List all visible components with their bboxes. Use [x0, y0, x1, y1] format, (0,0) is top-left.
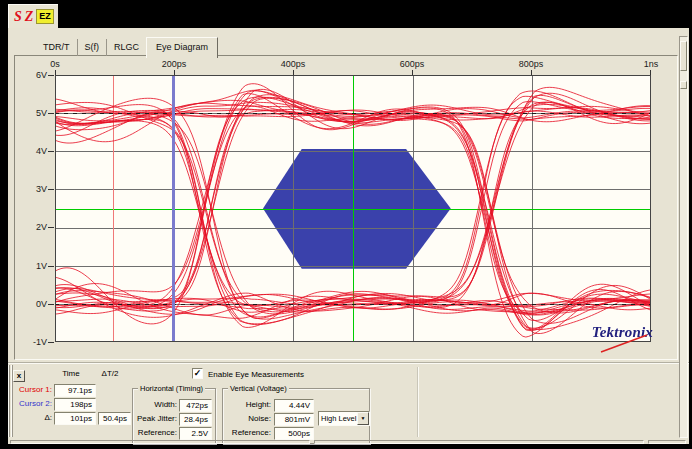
tab-rlgc[interactable]: RLGC	[107, 39, 146, 56]
x-tick-label-1ns: 1ns	[631, 59, 671, 69]
y-axis-tick	[48, 189, 54, 190]
delta-time-field: 101ps	[54, 412, 96, 425]
y-axis-tick	[48, 113, 54, 114]
logo-ez-icon: EZ	[36, 9, 54, 24]
cursor2-label: Cursor 2:	[8, 398, 52, 410]
y-tick-label-5v: 5V	[21, 108, 47, 118]
y-tick-label-6v: 6V	[21, 70, 47, 80]
measurements-panel: x Time ΔT/2 Cursor 1: Cursor 2: Δ: 97.1p…	[8, 362, 689, 441]
close-panel-button[interactable]: x	[13, 370, 25, 382]
logo-s-icon: S	[14, 10, 22, 24]
y-tick-label-3v: 3V	[21, 184, 47, 194]
noise-level-selected: High Level	[321, 413, 356, 424]
tab-eye-diagram[interactable]: Eye Diagram	[146, 37, 218, 58]
x-tick-label-400ps: 400ps	[273, 59, 313, 69]
width-label: Width:	[133, 399, 177, 411]
tab-sf[interactable]: S(f)	[78, 39, 108, 56]
y-axis-tick	[48, 304, 54, 305]
vertical-scrollbar[interactable]	[679, 36, 688, 438]
time-column-header: Time	[48, 369, 94, 379]
x-tick-label-600ps: 600ps	[392, 59, 432, 69]
chevron-down-icon: ▼	[361, 415, 366, 421]
panel-divider	[417, 367, 418, 437]
scrollbar-thumb[interactable]	[680, 41, 687, 71]
enable-eye-measurements-label[interactable]: Enable Eye Measurements	[208, 369, 304, 380]
vertical-voltage-group: Vertical (Voltage) Height: Noise: Refere…	[222, 388, 370, 444]
v-reference-label: Reference:	[223, 427, 271, 439]
noise-field: 801mV	[274, 413, 314, 426]
y-tick-label-m1v: -1V	[21, 337, 47, 347]
peak-jitter-label: Peak Jitter:	[133, 413, 177, 425]
tab-bar: TDR/T S(f) RLGC Eye Diagram	[36, 31, 218, 56]
y-axis-tick	[48, 342, 54, 343]
h-reference-label: Reference:	[133, 427, 177, 439]
app-window: TDR/T S(f) RLGC Eye Diagram 0s 200ps 400…	[8, 28, 689, 444]
noise-level-dropdown[interactable]: High Level ▼	[318, 411, 370, 426]
delta-t2-field: 50.4ps	[98, 412, 131, 425]
noise-label: Noise:	[223, 413, 271, 425]
x-tick-label-200ps: 200ps	[154, 59, 194, 69]
status-segment	[648, 440, 686, 444]
y-tick-label-4v: 4V	[21, 146, 47, 156]
status-segment	[10, 440, 310, 444]
vertical-voltage-title: Vertical (Voltage)	[228, 384, 289, 393]
delta-t2-column-header: ΔT/2	[90, 369, 130, 379]
scrollbar-box[interactable]	[680, 81, 687, 89]
y-tick-label-1v: 1V	[21, 261, 47, 271]
eye-diagram-canvas[interactable]	[55, 75, 651, 342]
height-field: 4.44V	[274, 399, 314, 412]
peak-jitter-field: 28.4ps	[179, 413, 212, 426]
dropdown-arrow-button[interactable]: ▼	[357, 412, 369, 425]
y-axis-tick	[48, 151, 54, 152]
eye-diagram-plot-panel: 0s 200ps 400ps 600ps 800ps 1ns 6V 5V 4V …	[14, 55, 678, 360]
checkmark-icon: ✓	[194, 368, 202, 378]
enable-eye-measurements-checkbox[interactable]: ✓	[192, 368, 203, 379]
y-tick-label-2v: 2V	[21, 222, 47, 232]
horizontal-timing-title: Horizontal (Timing)	[138, 384, 205, 393]
y-axis-tick	[48, 227, 54, 228]
v-reference-field[interactable]: 500ps	[274, 427, 314, 440]
delta-label: Δ:	[8, 412, 52, 424]
status-bar	[8, 440, 689, 444]
cursor1-label: Cursor 1:	[8, 384, 52, 396]
status-segment	[314, 440, 644, 444]
cursor2-time-field[interactable]: 198ps	[54, 398, 96, 411]
horizontal-timing-group: Horizontal (Timing) Width: Peak Jitter: …	[132, 388, 216, 444]
tab-tdrt[interactable]: TDR/T	[36, 39, 78, 56]
height-label: Height:	[223, 399, 271, 411]
width-field: 472ps	[179, 399, 212, 412]
x-tick-label-800ps: 800ps	[511, 59, 551, 69]
screen: { "app": { "logo_s": "S", "logo_z": "Z",…	[0, 0, 692, 449]
h-reference-field[interactable]: 2.5V	[179, 427, 212, 440]
x-tick-label-0s: 0s	[35, 59, 75, 69]
logo-z-icon: Z	[25, 10, 34, 24]
y-axis-tick	[48, 266, 54, 267]
y-axis-tick	[48, 75, 54, 76]
y-tick-label-0v: 0V	[21, 299, 47, 309]
cursor1-time-field[interactable]: 97.1ps	[54, 384, 96, 397]
app-logo: S Z EZ	[8, 4, 58, 28]
